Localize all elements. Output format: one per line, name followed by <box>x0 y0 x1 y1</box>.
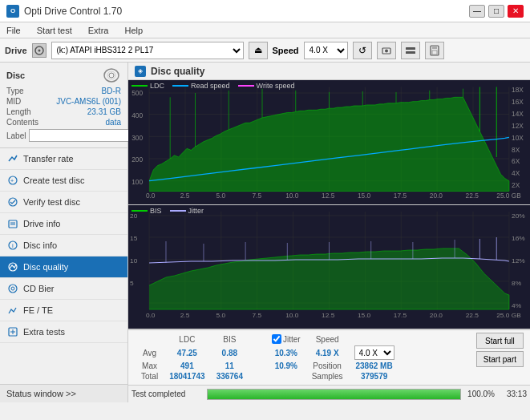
disc-quality-icon <box>6 260 19 273</box>
svg-text:16X: 16X <box>512 98 524 106</box>
close-button[interactable]: ✕ <box>508 5 524 18</box>
drive-select[interactable]: (k:) ATAPI iHBS312 2 PL17 <box>51 42 244 59</box>
samples-label: Samples <box>307 372 348 381</box>
svg-text:15.0: 15.0 <box>358 312 371 319</box>
svg-point-20 <box>9 263 17 271</box>
stats-bar: LDC BIS Jitter Speed Avg <box>128 329 530 385</box>
length-value: 23.31 GB <box>87 107 121 116</box>
extra-tests-icon <box>6 325 19 338</box>
disc-section-title: Disc <box>6 71 25 80</box>
drive-icon <box>32 43 47 58</box>
title-bar: O Opti Drive Control 1.70 — □ ✕ <box>0 0 530 22</box>
mid-label: MID <box>6 97 21 106</box>
sidebar-item-drive-info[interactable]: Drive info <box>0 213 127 235</box>
disc-info-panel: Disc Type BD-R MID JVC-AMS6L (001) Lengt… <box>0 63 127 148</box>
media-button[interactable] <box>377 42 396 59</box>
avg-bis-value: 0.88 <box>212 345 248 360</box>
sidebar-item-verify-test-disc[interactable]: Verify test disc <box>0 192 127 213</box>
svg-text:20.0: 20.0 <box>430 192 443 200</box>
svg-text:12.5: 12.5 <box>322 312 335 319</box>
svg-text:16%: 16% <box>512 235 525 242</box>
eject-button[interactable]: ⏏ <box>249 42 268 59</box>
menu-file[interactable]: File <box>3 26 24 35</box>
svg-text:25.0 GB: 25.0 GB <box>496 312 521 319</box>
drive-label: Drive <box>5 46 27 55</box>
drive-bar: Drive (k:) ATAPI iHBS312 2 PL17 ⏏ Speed … <box>0 38 530 63</box>
svg-text:5.0: 5.0 <box>216 312 226 319</box>
svg-text:300: 300 <box>131 134 143 142</box>
stats-table: LDC BIS Jitter Speed Avg <box>135 333 401 382</box>
svg-text:10X: 10X <box>512 134 524 142</box>
legend-bis: BIS <box>131 207 162 215</box>
menu-start-test[interactable]: Start test <box>34 26 75 35</box>
progress-bar-area: Test completed 100.0% 33:13 <box>128 385 530 402</box>
menu-help[interactable]: Help <box>121 26 146 35</box>
menu-extra[interactable]: Extra <box>85 26 112 35</box>
sidebar-item-disc-quality[interactable]: Disc quality <box>0 256 127 278</box>
svg-text:10: 10 <box>130 257 138 265</box>
svg-text:22.5: 22.5 <box>466 192 479 200</box>
svg-text:4%: 4% <box>512 302 521 309</box>
avg-speed-select[interactable]: 4.0 X2.0 X6.0 X8.0 X <box>354 345 394 360</box>
svg-text:10.0: 10.0 <box>285 312 299 319</box>
label-key: Label <box>6 131 26 140</box>
svg-text:2.5: 2.5 <box>180 192 190 200</box>
chart-ldc: LDC Read speed Write speed 500 <box>128 80 530 205</box>
svg-text:5.0: 5.0 <box>216 192 226 200</box>
sidebar-item-cd-bier[interactable]: CD Bier <box>0 278 127 300</box>
menu-bar: File Start test Extra Help <box>0 22 530 38</box>
sidebar-item-extra-tests[interactable]: Extra tests <box>0 321 127 343</box>
status-window-button[interactable]: Status window >> <box>0 384 127 402</box>
svg-text:2X: 2X <box>512 181 520 189</box>
save-button[interactable] <box>425 42 444 59</box>
disc-icon[interactable] <box>102 67 121 83</box>
chart-bis: BIS Jitter 20 15 10 5 20% 16% <box>128 205 530 330</box>
contents-label: Contents <box>6 118 38 127</box>
status-window-label: Status window >> <box>6 389 76 398</box>
total-ldc-value: 18041743 <box>164 372 210 381</box>
read-speed-label: Read speed <box>191 82 230 90</box>
sidebar-item-disc-info[interactable]: i Disc info <box>0 235 127 256</box>
minimize-button[interactable]: — <box>469 5 485 18</box>
disc-quality-header: ◈ Disc quality <box>128 63 530 80</box>
position-value: 23862 MB <box>350 361 399 370</box>
settings-button2[interactable] <box>401 42 420 59</box>
sidebar-item-transfer-rate[interactable]: Transfer rate <box>0 148 127 170</box>
position-label: Position <box>307 361 348 370</box>
start-buttons: Start full Start part <box>471 333 524 367</box>
start-full-button[interactable]: Start full <box>476 333 524 349</box>
sidebar: Disc Type BD-R MID JVC-AMS6L (001) Lengt… <box>0 63 128 402</box>
svg-text:0.0: 0.0 <box>146 192 156 200</box>
max-jitter-value: 10.9% <box>267 361 305 370</box>
avg-speed-value: 4.19 X <box>307 345 348 360</box>
legend-jitter: Jitter <box>170 207 204 215</box>
svg-text:20.0: 20.0 <box>430 312 443 319</box>
svg-text:17.5: 17.5 <box>394 192 407 200</box>
speed-select[interactable]: 4.0 X1.0 X2.0 X6.0 X8.0 X <box>304 42 348 59</box>
write-speed-color <box>238 85 254 87</box>
avg-jitter-value: 10.3% <box>267 345 305 360</box>
progress-percent: 100.0% <box>464 390 495 398</box>
bis-label: BIS <box>150 207 162 215</box>
sidebar-item-create-test-disc[interactable]: + Create test disc <box>0 170 127 192</box>
svg-text:18X: 18X <box>512 86 524 94</box>
svg-text:2.5: 2.5 <box>180 312 190 319</box>
verify-disc-icon <box>6 196 19 208</box>
cd-bier-icon <box>6 282 19 295</box>
label-input[interactable] <box>29 129 136 142</box>
jitter-checkbox[interactable] <box>272 334 281 344</box>
svg-text:400: 400 <box>131 111 143 119</box>
avg-ldc-value: 47.25 <box>164 345 210 360</box>
svg-text:25.0 GB: 25.0 GB <box>496 192 521 200</box>
refresh-button[interactable]: ↺ <box>353 42 372 59</box>
svg-text:22.5: 22.5 <box>466 312 479 319</box>
sidebar-item-fe-te[interactable]: FE / TE <box>0 300 127 321</box>
progress-bar <box>207 389 461 400</box>
svg-text:100: 100 <box>131 178 143 186</box>
disc-info-icon: i <box>6 239 19 252</box>
svg-text:i: i <box>12 242 14 249</box>
svg-text:12.5: 12.5 <box>322 192 335 200</box>
progress-fill <box>208 390 460 399</box>
start-part-button[interactable]: Start part <box>476 351 524 367</box>
maximize-button[interactable]: □ <box>488 5 504 18</box>
